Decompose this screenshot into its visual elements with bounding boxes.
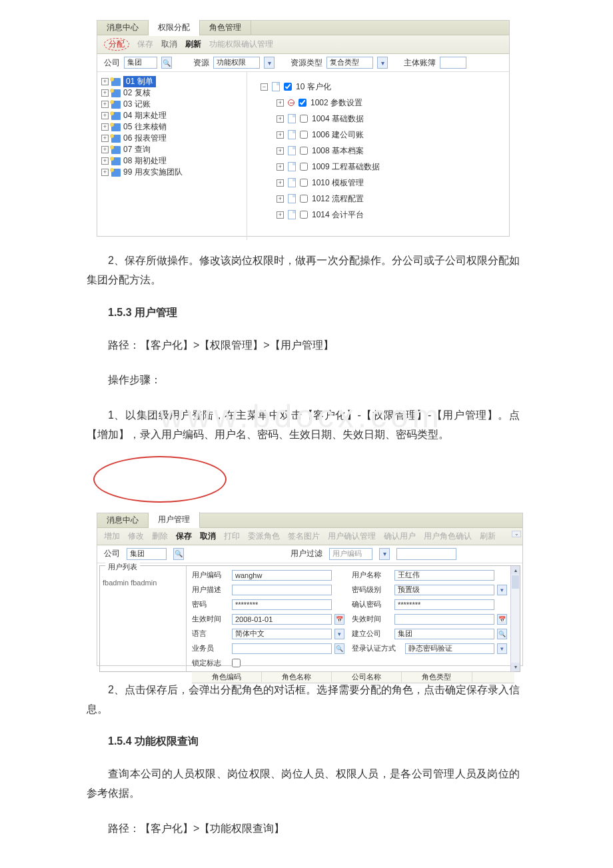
tab-role-mgmt[interactable]: 角色管理 xyxy=(200,20,251,35)
tree-node[interactable]: +02 复核 xyxy=(101,87,243,99)
expand-icon[interactable]: + xyxy=(101,78,109,85)
node-checkbox[interactable] xyxy=(300,195,308,203)
tree-node[interactable]: +01 制单 xyxy=(101,76,243,87)
chevron-down-icon[interactable] xyxy=(497,585,507,595)
tab-user-mgmt[interactable]: 用户管理 xyxy=(149,512,200,528)
expand-icon[interactable]: + xyxy=(101,112,109,119)
refresh-button[interactable]: 刷新 xyxy=(480,531,496,542)
node-checkbox[interactable] xyxy=(300,131,308,139)
effective-time-input[interactable]: 2008-01-01 xyxy=(232,614,332,625)
ledger-input[interactable] xyxy=(440,57,466,69)
assign-role-button[interactable]: 委派角色 xyxy=(248,531,280,542)
tree-node-root[interactable]: −10 客户化 xyxy=(261,79,496,95)
collapse-icon[interactable]: − xyxy=(261,83,268,91)
scroll-up-icon[interactable]: ▴ xyxy=(511,566,520,575)
node-checkbox[interactable] xyxy=(300,211,308,219)
company-input[interactable]: 集团 xyxy=(124,57,157,69)
search-icon[interactable] xyxy=(497,629,507,639)
chevron-down-icon[interactable] xyxy=(377,57,388,69)
tree-node[interactable]: +05 往来核销 xyxy=(101,121,243,133)
tree-node[interactable]: +1012 流程配置 xyxy=(277,191,496,207)
save-button[interactable]: 保存 xyxy=(176,531,192,542)
resource-type-select[interactable]: 复合类型 xyxy=(326,57,373,69)
tree-node[interactable]: +1009 工程基础数据 xyxy=(277,159,496,175)
distribute-button[interactable]: 分配 xyxy=(104,38,129,51)
chevron-down-icon[interactable] xyxy=(379,548,390,560)
node-checkbox[interactable] xyxy=(299,99,306,107)
expand-icon[interactable]: + xyxy=(101,123,109,131)
sign-img-button[interactable]: 签名图片 xyxy=(288,531,320,542)
expand-icon[interactable]: + xyxy=(277,179,284,187)
expand-icon[interactable]: + xyxy=(277,99,284,107)
user-filter-select[interactable]: 用户编码 xyxy=(329,548,372,560)
user-code-input[interactable]: wanghw xyxy=(232,570,332,581)
expand-icon[interactable]: + xyxy=(101,101,109,108)
tree-node[interactable]: +1002 参数设置 xyxy=(277,95,496,111)
expand-icon[interactable]: + xyxy=(277,211,284,219)
user-role-confirm-button[interactable]: 用户角色确认 xyxy=(424,531,472,542)
chevron-down-icon[interactable] xyxy=(334,629,344,639)
lock-flag-checkbox[interactable] xyxy=(232,659,241,667)
edit-button[interactable]: 修改 xyxy=(128,531,144,542)
search-icon[interactable]: 🔍 xyxy=(161,57,172,69)
expand-icon[interactable]: + xyxy=(277,115,284,123)
scroll-down-icon[interactable]: ▾ xyxy=(511,663,520,671)
search-icon[interactable] xyxy=(334,643,344,654)
tree-node[interactable]: +08 期初处理 xyxy=(101,155,243,167)
tree-node[interactable]: +04 期末处理 xyxy=(101,110,243,121)
tree-node[interactable]: +03 记账 xyxy=(101,99,243,110)
expand-icon[interactable]: + xyxy=(277,163,284,171)
company-input[interactable]: 集团 xyxy=(127,548,167,560)
user-desc-input[interactable] xyxy=(232,585,332,595)
cancel-button[interactable]: 取消 xyxy=(161,39,177,50)
confirm-user-button[interactable]: 确认用户 xyxy=(384,531,416,542)
expand-icon[interactable]: + xyxy=(101,157,109,165)
biz-person-input[interactable] xyxy=(232,643,332,654)
node-checkbox[interactable] xyxy=(300,147,308,155)
tree-node[interactable]: +06 报表管理 xyxy=(101,133,243,144)
expand-icon[interactable]: + xyxy=(277,147,284,155)
node-checkbox[interactable] xyxy=(300,115,308,123)
expand-icon[interactable]: + xyxy=(101,146,109,153)
tree-node[interactable]: +1010 模板管理 xyxy=(277,175,496,191)
scrollbar[interactable]: ▴ ▾ xyxy=(510,566,520,671)
expire-time-input[interactable] xyxy=(394,614,494,625)
user-name-input[interactable]: 王红伟 xyxy=(394,570,494,581)
pwd-level-select[interactable]: 预置级 xyxy=(394,585,494,595)
node-checkbox[interactable] xyxy=(300,179,308,187)
tree-node[interactable]: +99 用友实施团队 xyxy=(101,167,243,178)
collapse-icon[interactable]: ⌄ xyxy=(512,531,521,537)
node-checkbox[interactable] xyxy=(300,163,308,171)
tree-node[interactable]: +07 查询 xyxy=(101,144,243,155)
tab-message-center[interactable]: 消息中心 xyxy=(97,20,149,35)
search-icon[interactable]: 🔍 xyxy=(173,548,184,560)
calendar-icon[interactable] xyxy=(497,614,507,625)
user-filter-input[interactable] xyxy=(396,548,456,560)
tree-node[interactable]: +1008 基本档案 xyxy=(277,143,496,159)
expand-icon[interactable]: + xyxy=(277,131,284,139)
expand-icon[interactable]: + xyxy=(101,89,109,97)
chevron-down-icon[interactable] xyxy=(497,643,507,654)
create-corp-input[interactable]: 集团 xyxy=(394,629,494,639)
add-button[interactable]: 增加 xyxy=(104,531,120,542)
save-button[interactable]: 保存 xyxy=(137,39,153,50)
node-checkbox[interactable] xyxy=(284,83,292,91)
expand-icon[interactable]: + xyxy=(101,169,109,176)
cancel-button[interactable]: 取消 xyxy=(200,531,216,542)
calendar-icon[interactable] xyxy=(334,614,344,625)
refresh-button[interactable]: 刷新 xyxy=(185,39,201,50)
tab-permission-alloc[interactable]: 权限分配 xyxy=(149,20,200,36)
tree-node[interactable]: +1004 基础数据 xyxy=(277,111,496,127)
tree-node[interactable]: +1014 会计平台 xyxy=(277,207,496,223)
tree-node[interactable]: +1006 建公司账 xyxy=(277,127,496,143)
func-confirm-button[interactable]: 功能权限确认管理 xyxy=(209,39,273,50)
chevron-down-icon[interactable] xyxy=(264,57,275,69)
resource-select[interactable]: 功能权限 xyxy=(213,57,260,69)
confirm-pwd-input[interactable]: ******** xyxy=(394,599,494,610)
language-select[interactable]: 简体中文 xyxy=(232,629,332,639)
delete-button[interactable]: 删除 xyxy=(152,531,168,542)
print-button[interactable]: 打印 xyxy=(224,531,240,542)
list-item[interactable]: fbadmin fbadmin xyxy=(103,579,183,587)
tab-message-center[interactable]: 消息中心 xyxy=(97,513,149,528)
expand-icon[interactable]: + xyxy=(277,195,284,203)
